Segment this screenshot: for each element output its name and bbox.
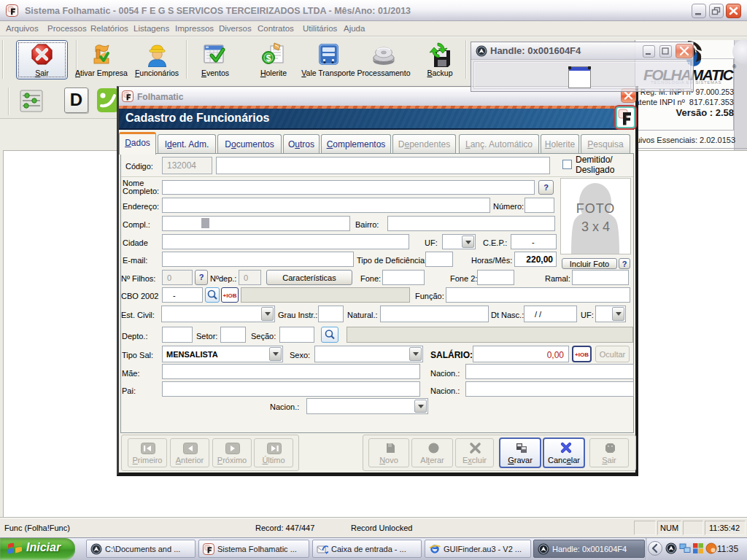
svg-text:$: $	[266, 53, 271, 63]
